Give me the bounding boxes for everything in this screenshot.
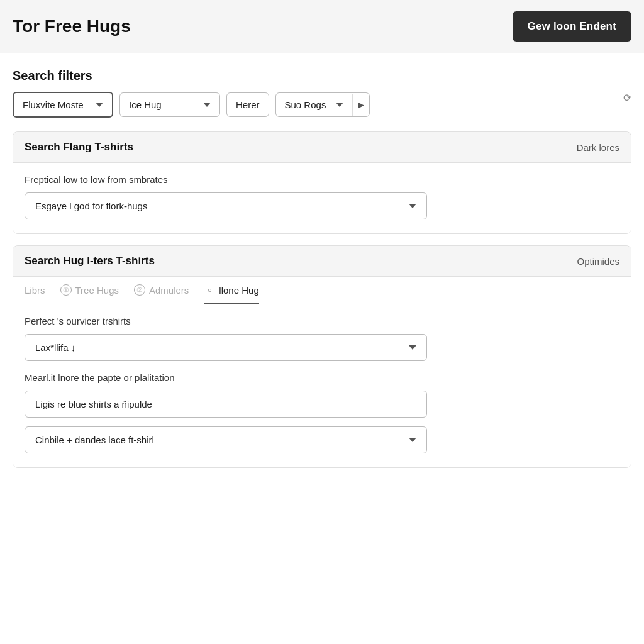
card-hug-section1-label: Perfect 's ourvicer trshirts [25, 316, 619, 326]
filter-2-label: Ice Hug [129, 99, 162, 110]
chevron-down-icon [336, 103, 343, 107]
card-hug-section2-label: Mearl.it lnore the papte or plalitation [25, 372, 619, 383]
card-flang-action[interactable]: Dark lores [577, 142, 619, 153]
tab-tree-hugs-icon: ① [60, 284, 72, 296]
filter-dropdown-2[interactable]: Ice Hug [119, 92, 220, 117]
filter-4-select[interactable]: Suo Rogs [276, 93, 353, 116]
tab-lone-hug-icon: ○ [204, 284, 215, 296]
card-hug-section2-input[interactable] [25, 391, 427, 418]
tab-lone-hug-label: llone Hug [219, 285, 258, 296]
filter-nav-4: Suo Rogs ▶ [275, 92, 370, 117]
filters-row: Fluxvite Moste Ice Hug Herer Suo Rogs ▶ … [13, 92, 631, 118]
filters-section-title: Search filters [13, 69, 631, 83]
card-flang-dropdown[interactable]: Esgaye l god for flork-hugs [25, 192, 427, 219]
filter-3-label: Herer [236, 99, 260, 110]
chevron-down-icon [409, 204, 416, 208]
filter-dropdown-1[interactable]: Fluxvite Moste [13, 92, 113, 118]
app-header: Tor Free Hugs Gew loon Endent [0, 0, 644, 53]
card-flang-dropdown-value: Esgaye l god for flork-hugs [35, 201, 147, 211]
card-hug-tabs: Librs ① Tree Hugs ② Admulers ○ llone Hug [13, 277, 631, 304]
app-title: Tor Free Hugs [13, 16, 131, 36]
card-hug-section3-dropdown[interactable]: Cinbile + dandes lace ft-shirl [25, 426, 427, 453]
card-flang-title: Search Flang T-shirts [25, 141, 133, 153]
filter-nav-arrow[interactable]: ▶ [352, 94, 369, 116]
card-hug-section1-dropdown[interactable]: Lax*llifa ↓ [25, 334, 427, 361]
header-action-button[interactable]: Gew loon Endent [513, 11, 631, 42]
card-flang-label: Freptical low to low from smbrates [25, 174, 619, 185]
tab-admulers-label: Admulers [149, 285, 189, 296]
chevron-down-icon [409, 438, 416, 442]
card-flang: Search Flang T-shirts Dark lores Freptic… [13, 131, 631, 234]
card-hug-dropdown3-value: Cinbile + dandes lace ft-shirl [35, 435, 154, 445]
tab-admulers-icon: ② [134, 284, 145, 296]
card-flang-header: Search Flang T-shirts Dark lores [13, 132, 631, 163]
tab-librs-label: Librs [25, 285, 45, 296]
filter-tag-3[interactable]: Herer [226, 92, 269, 117]
card-flang-body: Freptical low to low from smbrates Esgay… [13, 163, 631, 233]
card-hug-dropdown1-value: Lax*llifa ↓ [35, 342, 75, 353]
tab-admulers[interactable]: ② Admulers [134, 277, 189, 304]
card-hug-action[interactable]: Optimides [577, 256, 619, 267]
card-hug-body: Perfect 's ourvicer trshirts Lax*llifa ↓… [13, 304, 631, 467]
chevron-down-icon [203, 103, 211, 107]
main-content: Search filters Fluxvite Moste Ice Hug He… [0, 53, 644, 494]
card-hug-title: Search Hug l-ters T-shirts [25, 255, 155, 267]
tab-tree-hugs[interactable]: ① Tree Hugs [60, 277, 119, 304]
filter-1-label: Fluxvite Moste [23, 99, 84, 110]
filter-4-label: Suo Rogs [285, 99, 326, 110]
chevron-down-icon [96, 103, 103, 107]
refresh-icon[interactable]: ⟳ [623, 92, 631, 104]
dropdown1-text: Lax*llifa ↓ [35, 342, 75, 353]
tab-librs[interactable]: Librs [25, 277, 45, 304]
tab-tree-hugs-label: Tree Hugs [75, 285, 119, 296]
chevron-down-icon [409, 345, 416, 350]
card-hug: Search Hug l-ters T-shirts Optimides Lib… [13, 245, 631, 468]
card-hug-header: Search Hug l-ters T-shirts Optimides [13, 246, 631, 277]
tab-lone-hug[interactable]: ○ llone Hug [204, 277, 258, 304]
